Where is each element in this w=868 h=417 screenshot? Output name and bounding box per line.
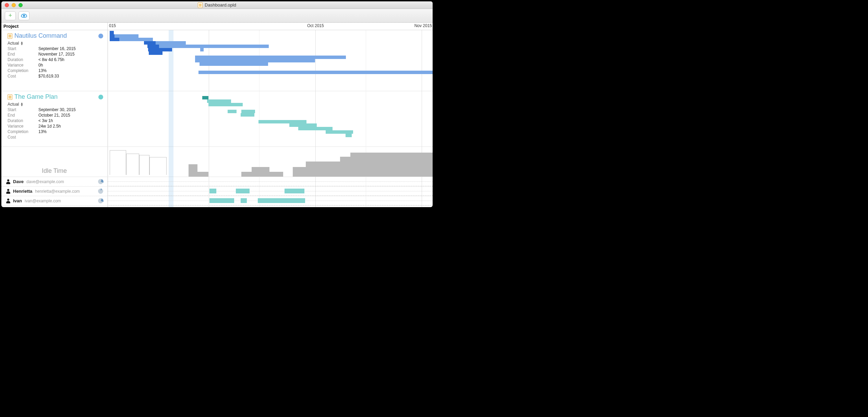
resource-info: Davedave@example.com <box>1 177 108 186</box>
resource-lane[interactable] <box>108 206 433 207</box>
idle-chart[interactable] <box>108 147 433 177</box>
gantt-bar[interactable] <box>119 38 153 41</box>
resource-info: Henriettahenrietta@example.com <box>1 187 108 196</box>
resource-name: Ivan <box>13 198 22 203</box>
resource-lane[interactable] <box>108 196 433 205</box>
gantt-bar[interactable] <box>346 134 352 137</box>
project-row[interactable]: The Game Plan Actual ▲▼ StartSeptember 3… <box>1 91 433 147</box>
project-row[interactable]: Nautilus Command Actual ▲▼ StartSeptembe… <box>1 30 433 91</box>
resource-info: Ivanivan@example.com <box>1 196 108 205</box>
allocation-bar[interactable] <box>209 198 234 203</box>
gantt-bar[interactable] <box>110 31 114 34</box>
project-icon <box>8 94 12 100</box>
resource-name: Henrietta <box>13 189 32 194</box>
project-column-header[interactable]: Project <box>1 23 108 30</box>
eye-icon <box>21 14 27 18</box>
gantt-bar[interactable] <box>289 123 317 127</box>
project-gantt-lane[interactable] <box>108 30 433 91</box>
person-icon <box>6 179 10 184</box>
gantt-bar[interactable] <box>159 45 269 48</box>
gantt-bar[interactable] <box>195 59 315 62</box>
project-name[interactable]: Nautilus Command <box>14 32 67 39</box>
project-gantt-lane[interactable] <box>108 91 433 146</box>
gantt-bar[interactable] <box>326 130 353 134</box>
field-value: 0h <box>38 63 43 68</box>
resource-list: Davedave@example.comHenriettahenrietta@e… <box>1 177 433 207</box>
gantt-bar[interactable] <box>202 96 208 99</box>
gantt-bar[interactable] <box>114 34 138 38</box>
project-color-dot <box>98 95 103 99</box>
field-label: End <box>8 52 38 57</box>
gantt-bar[interactable] <box>200 62 268 66</box>
resource-row[interactable]: Henriettahenrietta@example.com <box>1 187 433 196</box>
minimize-icon[interactable] <box>12 3 16 7</box>
resource-lane[interactable] <box>108 187 433 196</box>
gantt-bar[interactable] <box>148 48 172 51</box>
window-title: Dashboard.opld <box>1 2 433 8</box>
field-value: < 3w 1h <box>38 118 53 123</box>
close-icon[interactable] <box>5 3 9 7</box>
project-name[interactable]: The Game Plan <box>14 93 58 100</box>
resource-email: henrietta@example.com <box>35 189 80 194</box>
gantt-bar[interactable] <box>149 51 162 55</box>
mode-label: Actual <box>8 41 19 46</box>
timeline-header[interactable]: 015 Oct 2015 Nov 2015 <box>108 23 433 30</box>
field-label: End <box>8 113 38 118</box>
field-value: 13% <box>38 68 47 73</box>
field-label: Cost <box>8 135 38 140</box>
view-button[interactable] <box>19 11 29 20</box>
resource-row[interactable]: Ivanivan@example.com <box>1 196 433 206</box>
idle-time-row: Idle Time <box>1 147 433 177</box>
resource-row[interactable]: Davedave@example.com <box>1 177 433 187</box>
document-icon <box>198 2 203 8</box>
gantt-bar[interactable] <box>298 127 333 130</box>
field-label: Cost <box>8 74 38 79</box>
content-area: Nautilus Command Actual ▲▼ StartSeptembe… <box>1 30 433 207</box>
resource-lane[interactable] <box>108 177 433 186</box>
gantt-bar[interactable] <box>200 48 204 51</box>
person-icon <box>6 199 10 203</box>
chevron-updown-icon: ▲▼ <box>20 102 23 106</box>
resource-email: ivan@example.com <box>25 199 61 203</box>
gantt-bar[interactable] <box>241 113 254 117</box>
zoom-icon[interactable] <box>19 3 23 7</box>
allocation-bar[interactable] <box>285 189 304 193</box>
resource-row[interactable]: Jamaljamal@example.com <box>1 206 433 207</box>
timeline-month-label: Oct 2015 <box>307 23 324 28</box>
mode-label: Actual <box>8 102 19 107</box>
resource-name: Dave <box>13 179 24 184</box>
allocation-bar[interactable] <box>241 198 247 203</box>
add-button[interactable]: + <box>5 11 16 20</box>
utilization-pie-icon <box>98 189 103 194</box>
titlebar[interactable]: Dashboard.opld <box>1 1 433 9</box>
person-icon <box>6 189 10 194</box>
field-value: November 17, 2015 <box>38 52 74 57</box>
mode-selector[interactable]: Actual ▲▼ <box>8 41 104 46</box>
gantt-bar[interactable] <box>207 99 231 103</box>
timeline-month-label: Nov 2015 <box>414 23 432 28</box>
gantt-bar[interactable] <box>241 110 255 113</box>
field-value: 13% <box>38 129 47 134</box>
chevron-updown-icon: ▲▼ <box>20 41 23 45</box>
field-value: 24w 1d 2.5h <box>38 124 61 129</box>
window-title-text: Dashboard.opld <box>205 2 236 8</box>
allocation-bar[interactable] <box>209 189 216 193</box>
field-label: Variance <box>8 63 38 68</box>
toolbar: + <box>1 9 433 23</box>
gantt-bar[interactable] <box>228 110 237 113</box>
mode-selector[interactable]: Actual ▲▼ <box>8 102 104 107</box>
field-label: Completion <box>8 129 38 134</box>
app-window: Dashboard.opld + Project 015 Oct 2015 No… <box>1 1 433 207</box>
allocation-bar[interactable] <box>258 198 305 203</box>
field-label: Completion <box>8 68 38 73</box>
gantt-bar[interactable] <box>195 56 346 59</box>
gantt-bar[interactable] <box>156 41 186 45</box>
gantt-bar[interactable] <box>208 103 243 106</box>
idle-label-panel: Idle Time <box>1 147 108 177</box>
gantt-bar[interactable] <box>198 71 433 74</box>
allocation-bar[interactable] <box>236 189 250 193</box>
column-header-row: Project 015 Oct 2015 Nov 2015 <box>1 23 433 30</box>
window-controls <box>1 3 23 7</box>
resource-email: dave@example.com <box>26 179 64 184</box>
gantt-bar[interactable] <box>258 120 306 123</box>
